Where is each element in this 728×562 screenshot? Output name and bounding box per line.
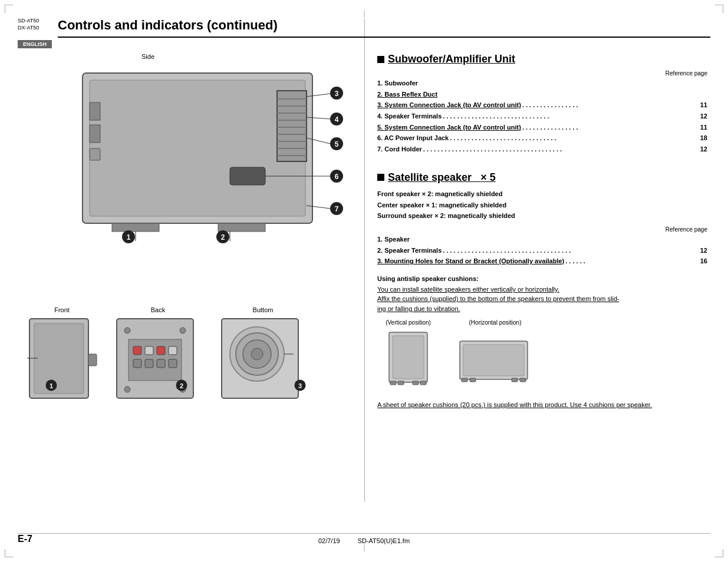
corner-mark-bl: [5, 549, 13, 557]
side-label: Side: [141, 53, 154, 60]
subwoofer-toc: 1. Subwoofer 2. Bass Reflex Duct 3. Syst…: [377, 78, 707, 155]
front-speaker-svg: 1: [24, 316, 100, 404]
svg-text:3: 3: [335, 90, 339, 98]
svg-rect-57: [157, 359, 165, 368]
svg-point-65: [251, 348, 263, 360]
svg-rect-58: [169, 359, 177, 368]
horizontal-label: (Horizontal position): [457, 319, 533, 326]
satellite-title: Satellite speaker × 5: [388, 171, 496, 184]
front-label: Front: [24, 306, 100, 313]
subwoofer-header: Subwoofer/Amplifier Unit: [377, 53, 707, 65]
svg-rect-15: [90, 148, 100, 160]
svg-rect-55: [133, 359, 141, 368]
svg-rect-72: [398, 381, 404, 385]
svg-text:2: 2: [180, 382, 183, 389]
center-mark-top: [364, 11, 364, 18]
svg-rect-78: [470, 378, 476, 382]
svg-rect-13: [90, 103, 100, 120]
vertical-speaker-svg: [377, 329, 439, 394]
cushion-text1: You can install satellite speakers eithe…: [377, 285, 707, 295]
satellite-toc: 1. Speaker 2. Speaker Terminals . . . . …: [377, 234, 707, 267]
svg-point-46: [124, 328, 130, 333]
back-label: Back: [111, 306, 205, 313]
right-column: Subwoofer/Amplifier Unit Reference page …: [377, 53, 707, 410]
svg-point-48: [124, 386, 130, 392]
svg-rect-56: [145, 359, 153, 368]
page-title: Controls and indicators (continued): [58, 18, 278, 33]
svg-rect-80: [520, 378, 526, 382]
page-number: E-7: [18, 534, 32, 544]
vertical-position: (Vertical position): [377, 319, 439, 395]
svg-text:3: 3: [298, 382, 302, 389]
vertical-label: (Vertical position): [377, 319, 439, 326]
svg-rect-14: [90, 125, 100, 143]
satellite-bullet: [377, 174, 384, 181]
sat-toc-1: 1. Speaker: [377, 234, 707, 245]
subwoofer-ref-label: Reference page: [377, 70, 707, 77]
subwoofer-bullet: [377, 56, 384, 63]
subwoofer-section: Subwoofer/Amplifier Unit Reference page …: [377, 53, 707, 155]
svg-rect-79: [512, 378, 518, 382]
svg-rect-1: [90, 80, 305, 216]
toc-3: 3. System Connection Jack (to AV control…: [377, 100, 707, 111]
satellite-descriptions: Front speaker × 2: magnetically shielded…: [377, 189, 707, 222]
cushion-text2: Affix the cushions (supplied) to the bot…: [377, 294, 707, 304]
cushion-title: Using antislip speaker cushions:: [377, 275, 707, 282]
footer-file: SD-AT50(U)E1.fm: [358, 537, 410, 544]
svg-text:5: 5: [335, 140, 339, 148]
center-mark-bottom: [364, 544, 364, 551]
svg-text:4: 4: [335, 115, 339, 124]
svg-rect-71: [390, 381, 396, 385]
svg-text:2: 2: [221, 233, 225, 242]
svg-rect-70: [393, 336, 424, 379]
bottom-speaker-svg: 3: [216, 316, 310, 404]
cushion-section: Using antislip speaker cushions: You can…: [377, 275, 707, 410]
bottom-diagram: Buttom 3: [216, 306, 310, 405]
corner-mark-tl: [5, 5, 13, 13]
bottom-label: Buttom: [216, 306, 310, 313]
svg-rect-2: [277, 91, 307, 161]
footer-center: 02/7/19 SD-AT50(U)E1.fm: [318, 537, 410, 544]
svg-rect-51: [133, 346, 141, 355]
satellite-header-row: Satellite speaker × 5: [377, 171, 707, 184]
horizontal-speaker-svg: [457, 329, 533, 394]
sat-toc-2: 2. Speaker Terminals . . . . . . . . . .…: [377, 245, 707, 256]
model-info: SD-AT50 DX-AT50: [18, 18, 39, 31]
footer-date: 02/7/19: [318, 537, 340, 544]
left-column: Side: [24, 53, 365, 247]
svg-text:1: 1: [50, 382, 53, 389]
svg-rect-41: [88, 354, 97, 366]
cushion-text3: ing or falling due to vibration.: [377, 304, 707, 314]
svg-text:1: 1: [127, 233, 131, 242]
satellite-ref-label: Reference page: [377, 226, 707, 233]
sat-desc-1: Front speaker × 2: magnetically shielded: [377, 189, 707, 200]
bottom-diagrams-row: Front 1 Back: [24, 306, 310, 405]
svg-point-47: [180, 328, 186, 333]
front-diagram: Front 1: [24, 306, 100, 405]
svg-rect-54: [169, 346, 177, 355]
toc-2: 2. Bass Reflex Duct: [377, 89, 707, 100]
corner-mark-tr: [715, 5, 723, 13]
title-rule: [58, 37, 710, 38]
svg-rect-53: [157, 346, 165, 355]
svg-rect-74: [420, 381, 426, 385]
back-speaker-svg: 2: [111, 316, 205, 404]
satellite-section: Satellite speaker × 5 Front speaker × 2:…: [377, 171, 707, 410]
footer-rule: [18, 533, 710, 534]
back-diagram: Back 2: [111, 306, 205, 405]
cushion-diagrams-row: (Vertical position) (Horizontal position…: [377, 319, 707, 395]
svg-rect-73: [413, 381, 419, 385]
toc-5: 5. System Connection Jack (to AV control…: [377, 122, 707, 133]
svg-rect-16: [112, 223, 159, 232]
toc-4: 4. Speaker Terminals . . . . . . . . . .…: [377, 111, 707, 122]
svg-text:7: 7: [335, 205, 339, 213]
english-badge: ENGLISH: [18, 40, 52, 48]
svg-rect-17: [218, 223, 265, 232]
svg-rect-12: [230, 167, 265, 185]
side-diagram: Side: [24, 53, 354, 247]
sat-desc-3: Surround speaker × 2: magnetically shiel…: [377, 210, 707, 222]
toc-7: 7. Cord Holder . . . . . . . . . . . . .…: [377, 144, 707, 155]
cushion-note: A sheet of speaker cushions (20 pcs.) is…: [377, 400, 672, 410]
toc-6: 6. AC Power Input Jack . . . . . . . . .…: [377, 133, 707, 144]
subwoofer-svg: 1 2 3 4 5 6 7: [24, 61, 354, 244]
